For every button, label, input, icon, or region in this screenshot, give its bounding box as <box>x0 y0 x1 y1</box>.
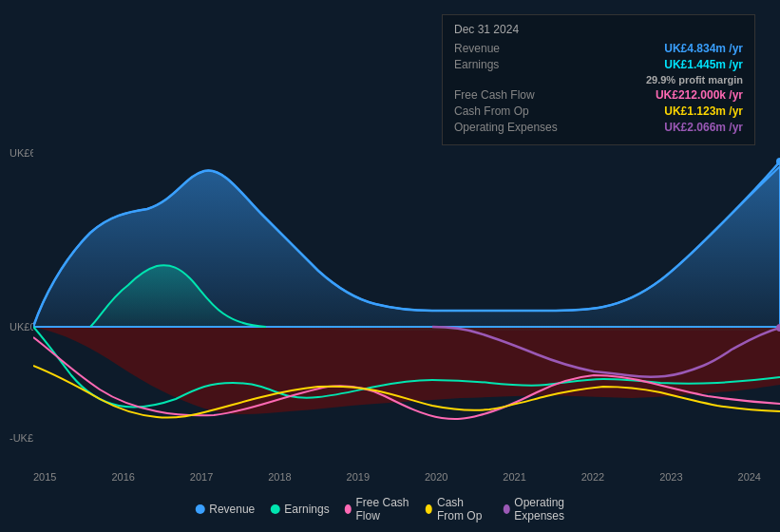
fcf-legend-label: Free Cash Flow <box>355 496 410 522</box>
fcf-label: Free Cash Flow <box>454 88 535 102</box>
cashop-label: Cash From Op <box>454 104 529 118</box>
tooltip-row-revenue: Revenue UK£4.834m /yr <box>454 42 743 55</box>
tooltip-row-earnings: Earnings UK£1.445m /yr <box>454 58 743 71</box>
x-label-2019: 2019 <box>347 471 370 483</box>
legend-fcf[interactable]: Free Cash Flow <box>345 496 411 522</box>
opex-value: UK£2.066m /yr <box>664 121 743 134</box>
legend-cashop[interactable]: Cash From Op <box>426 496 487 522</box>
margin-value: 29.9% profit margin <box>646 74 743 86</box>
revenue-value: UK£4.834m /yr <box>664 42 743 55</box>
y-label-zero: UK£0 <box>10 321 36 332</box>
opex-legend-label: Operating Expenses <box>514 496 584 522</box>
x-label-2023: 2023 <box>659 471 682 483</box>
opex-label: Operating Expenses <box>454 121 558 134</box>
x-axis: 2015 2016 2017 2018 2019 2020 2021 2022 … <box>33 471 780 483</box>
cashop-value: UK£1.123m /yr <box>664 104 743 118</box>
x-label-2017: 2017 <box>190 471 213 483</box>
revenue-label: Revenue <box>454 42 500 55</box>
x-label-2015: 2015 <box>33 471 56 483</box>
fcf-dot <box>345 504 352 514</box>
chart-svg <box>33 147 780 446</box>
legend-opex[interactable]: Operating Expenses <box>503 496 584 522</box>
tooltip-row-margin: 29.9% profit margin <box>454 74 743 86</box>
opex-dot <box>503 504 509 514</box>
tooltip-date: Dec 31 2024 <box>454 23 743 36</box>
fcf-value: UK£212.000k /yr <box>656 88 743 102</box>
x-label-2018: 2018 <box>268 471 291 483</box>
x-label-2021: 2021 <box>503 471 525 483</box>
tooltip-row-cashop: Cash From Op UK£1.123m /yr <box>454 104 743 118</box>
revenue-dot <box>195 504 204 514</box>
legend-revenue[interactable]: Revenue <box>195 503 255 516</box>
earnings-dot <box>270 504 279 514</box>
tooltip-row-fcf: Free Cash Flow UK£212.000k /yr <box>454 88 743 102</box>
legend-earnings[interactable]: Earnings <box>270 503 329 516</box>
tooltip-card: Dec 31 2024 Revenue UK£4.834m /yr Earnin… <box>442 14 755 145</box>
x-label-2022: 2022 <box>581 471 604 483</box>
earnings-label: Earnings <box>454 58 499 71</box>
earnings-legend-label: Earnings <box>284 503 329 516</box>
revenue-legend-label: Revenue <box>209 503 255 516</box>
cashop-legend-label: Cash From Op <box>437 496 488 522</box>
x-label-2024: 2024 <box>738 471 761 483</box>
x-label-2016: 2016 <box>111 471 134 483</box>
cashop-dot <box>426 504 432 514</box>
x-label-2020: 2020 <box>425 471 447 483</box>
legend: Revenue Earnings Free Cash Flow Cash Fro… <box>195 496 585 522</box>
tooltip-row-opex: Operating Expenses UK£2.066m /yr <box>454 121 743 134</box>
earnings-value: UK£1.445m /yr <box>664 58 743 71</box>
